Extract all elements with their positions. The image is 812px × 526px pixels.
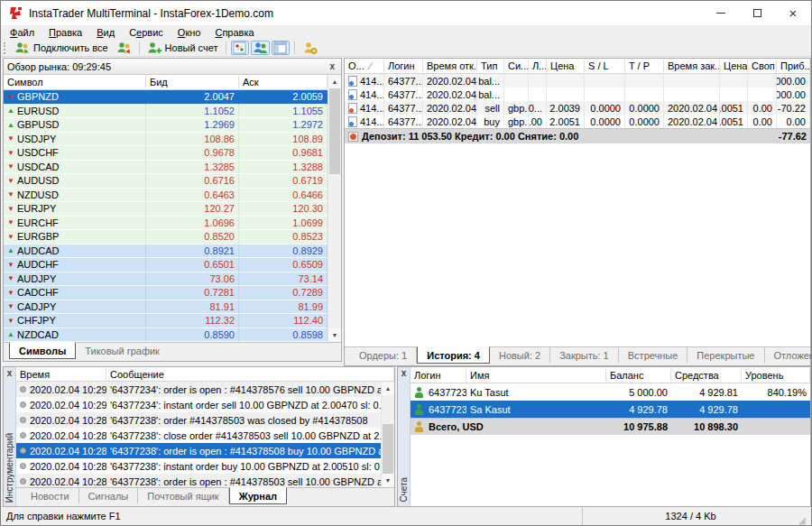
market-watch-row[interactable]: ▼EURGBP0.85200.8523 bbox=[4, 230, 328, 245]
scrollbar-thumb[interactable] bbox=[383, 424, 393, 474]
market-watch-row[interactable]: ▼AUDUSD0.67160.6719 bbox=[4, 174, 328, 189]
connect-all-button[interactable]: Подключить все bbox=[12, 41, 111, 56]
orders-tab[interactable]: Перекрытые bbox=[687, 347, 764, 363]
journal-column-Сообщение[interactable]: Сообщение bbox=[106, 368, 394, 381]
order-row[interactable]: 414...64377...2020.02.04 ...bal...5 000.… bbox=[345, 74, 810, 88]
accounts-column-Имя[interactable]: Имя bbox=[466, 369, 606, 382]
orders-column-0[interactable]: О...∕ bbox=[345, 60, 384, 72]
orders-column-9[interactable]: Время зак... bbox=[664, 60, 720, 72]
market-watch-column-Символ[interactable]: Символ bbox=[4, 76, 146, 88]
orders-tab[interactable]: Встречные bbox=[619, 347, 688, 363]
menu-item-Вид[interactable]: Вид bbox=[89, 26, 122, 39]
accounts-column-Уровень[interactable]: Уровень bbox=[742, 369, 810, 382]
scrollbar-track[interactable] bbox=[328, 88, 341, 328]
order-row[interactable]: 414...64377...2020.02.04 ...bal...5 000.… bbox=[345, 88, 810, 101]
orders-tab[interactable]: Отложенный: 1 bbox=[765, 347, 812, 363]
market-watch-toggle[interactable] bbox=[231, 41, 249, 55]
journal-scrollbar[interactable]: ▲ ▼ bbox=[381, 382, 394, 487]
orders-tab[interactable]: Новый: 2 bbox=[490, 347, 550, 363]
journal-row[interactable]: 2020.02.04 10:28:...'64377238': order is… bbox=[16, 443, 381, 458]
disconnect-all-button[interactable] bbox=[113, 41, 134, 56]
new-account-button[interactable]: Новый счет bbox=[144, 41, 221, 56]
scroll-up-icon[interactable]: ▲ bbox=[328, 75, 341, 88]
resize-grip-icon[interactable]: ◢ bbox=[798, 515, 811, 525]
minimize-button[interactable] bbox=[703, 1, 739, 25]
account-settings-button[interactable] bbox=[300, 41, 320, 56]
orders-column-12[interactable]: Приб... bbox=[777, 60, 810, 72]
journal-row[interactable]: 2020.02.04 10:28:...'64377238': order is… bbox=[16, 474, 381, 487]
orders-column-1[interactable]: Логин bbox=[384, 60, 423, 72]
market-watch-tab[interactable]: Символы bbox=[9, 342, 76, 359]
journal-tab[interactable]: Новости bbox=[22, 488, 79, 503]
market-watch-row[interactable]: ▼EURJPY120.27120.30 bbox=[4, 202, 328, 217]
journal-tab[interactable]: Почтовый ящик bbox=[138, 488, 228, 503]
market-watch-column-Аск[interactable]: Аск bbox=[239, 76, 328, 88]
market-watch-column-Бид[interactable]: Бид bbox=[146, 76, 239, 88]
orders-column-7[interactable]: S / L bbox=[585, 60, 625, 72]
journal-close-icon[interactable]: x bbox=[5, 368, 15, 378]
market-watch-row[interactable]: ▼USDCHF0.96780.9681 bbox=[4, 146, 328, 161]
market-watch-row[interactable]: ▼USDCAD1.32851.3288 bbox=[4, 161, 328, 175]
scrollbar-thumb[interactable] bbox=[329, 88, 340, 174]
journal-row[interactable]: 2020.02.04 10:28:...'64377238': instant … bbox=[16, 458, 381, 474]
market-watch-close-icon[interactable]: x bbox=[327, 61, 337, 71]
orders-column-3[interactable]: Тип bbox=[477, 60, 504, 72]
market-watch-row[interactable]: ▲EURUSD1.10521.1055 bbox=[4, 105, 328, 119]
accounts-close-icon[interactable]: x bbox=[399, 368, 410, 378]
orders-column-11[interactable]: Своп bbox=[748, 60, 777, 72]
market-watch-tab[interactable]: Тиковый график bbox=[76, 343, 169, 358]
scroll-up-icon[interactable]: ▲ bbox=[382, 382, 394, 395]
accounts-column-Баланс[interactable]: Баланс bbox=[606, 369, 671, 382]
accounts-side-tab[interactable]: Счета bbox=[399, 477, 409, 503]
journal-tab[interactable]: Сигналы bbox=[79, 488, 139, 503]
orders-column-4[interactable]: Си... bbox=[504, 60, 529, 72]
account-row[interactable]: 64377234Ku Tasut5 000.004 929.81840.19% bbox=[411, 383, 810, 401]
menu-item-Справка[interactable]: Справка bbox=[208, 26, 261, 39]
orders-column-5[interactable]: Л... bbox=[529, 60, 547, 72]
menu-item-Правка[interactable]: Правка bbox=[42, 26, 89, 39]
market-watch-row[interactable]: ▲NZDCAD0.85900.8598 bbox=[4, 328, 328, 343]
orders-tab[interactable]: Закрыть: 1 bbox=[550, 347, 619, 363]
orders-tab[interactable]: Ордеры: 1 bbox=[350, 347, 417, 363]
journal-row[interactable]: 2020.02.04 10:29:...'64377234': order is… bbox=[16, 382, 381, 397]
market-watch-scrollbar[interactable]: ▲ ▼ bbox=[328, 75, 341, 342]
journal-tab[interactable]: Журнал bbox=[229, 487, 287, 504]
orders-column-2[interactable]: Время отк... bbox=[423, 60, 477, 72]
order-row[interactable]: 414...64377...2020.02.04 ...buygbp...0.0… bbox=[345, 115, 810, 128]
orders-column-10[interactable]: Цена bbox=[720, 60, 748, 72]
market-watch-row[interactable]: ▼GBPNZD2.00472.0059 bbox=[4, 90, 328, 105]
accounts-toggle[interactable] bbox=[251, 41, 270, 55]
menu-item-Окно[interactable]: Окно bbox=[171, 26, 208, 39]
scrollbar-track[interactable] bbox=[382, 395, 394, 474]
orders-column-8[interactable]: T / P bbox=[625, 60, 664, 72]
journal-row[interactable]: 2020.02.04 10:29:...'64377234': instant … bbox=[16, 397, 381, 412]
journal-row[interactable]: 2020.02.04 10:28:...'64377238': order #4… bbox=[16, 412, 381, 428]
journal-column-Время[interactable]: Время bbox=[16, 368, 106, 381]
close-button[interactable]: × bbox=[775, 1, 811, 25]
market-watch-row[interactable]: ▼AUDJPY73.0673.14 bbox=[4, 272, 328, 287]
market-watch-row[interactable]: ▼NZDUSD0.64630.6466 bbox=[4, 189, 328, 203]
accounts-column-Средства[interactable]: Средства bbox=[671, 369, 742, 382]
accounts-column-Логин[interactable]: Логин bbox=[411, 369, 466, 382]
journal-side-tab[interactable]: Инструментарий bbox=[5, 433, 14, 503]
market-watch-row[interactable]: ▼CADJPY81.9181.99 bbox=[4, 300, 328, 315]
market-watch-row[interactable]: ▲AUDCAD0.89210.8929 bbox=[4, 245, 328, 259]
market-watch-row[interactable]: ▼USDJPY108.86108.89 bbox=[4, 133, 328, 147]
market-watch-row[interactable]: ▲GBPUSD1.29691.2972 bbox=[4, 118, 328, 133]
toolbox-toggle[interactable] bbox=[272, 41, 290, 55]
journal-row[interactable]: 2020.02.04 10:28:...'64377238': close or… bbox=[16, 428, 381, 443]
toolbar-grip[interactable] bbox=[4, 42, 8, 54]
orders-column-6[interactable]: Цена bbox=[547, 60, 585, 72]
order-row[interactable]: 414...64377...2020.02.04 ...sellgbp...10… bbox=[345, 101, 810, 115]
account-row[interactable]: 64377238Sa Kasut4 929.784 929.78 bbox=[411, 401, 810, 418]
menu-item-Файл[interactable]: Файл bbox=[3, 26, 42, 39]
market-watch-row[interactable]: ▼CHFJPY112.32112.40 bbox=[4, 314, 328, 328]
maximize-button[interactable] bbox=[739, 1, 775, 25]
scroll-down-icon[interactable]: ▼ bbox=[328, 328, 341, 342]
market-watch-row[interactable]: ▼CADCHF0.72810.7289 bbox=[4, 286, 328, 300]
scroll-down-icon[interactable]: ▼ bbox=[382, 474, 394, 487]
market-watch-row[interactable]: ▼EURCHF1.06961.0699 bbox=[4, 217, 328, 231]
orders-tab[interactable]: История: 4 bbox=[417, 346, 490, 364]
menu-item-Сервис[interactable]: Сервис bbox=[122, 26, 171, 39]
market-watch-row[interactable]: ▼AUDCHF0.65010.6509 bbox=[4, 258, 328, 272]
